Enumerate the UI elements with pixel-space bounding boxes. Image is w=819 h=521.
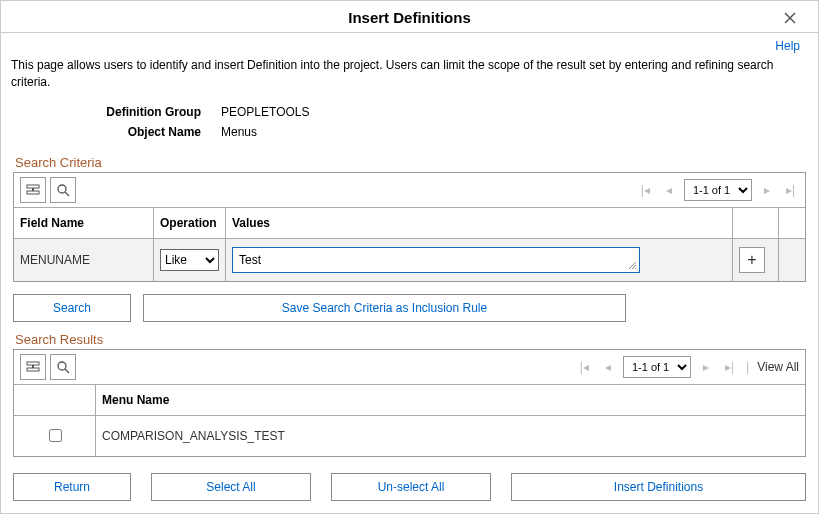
criteria-header-field: Field Name	[14, 208, 154, 238]
values-input[interactable]	[232, 247, 640, 273]
help-row: Help	[1, 33, 818, 55]
last-page-icon[interactable]: ▸|	[782, 183, 799, 197]
add-row-button[interactable]: +	[739, 247, 765, 273]
object-name-row: Object Name Menus	[1, 125, 818, 139]
svg-rect-2	[32, 188, 34, 191]
prev-page-icon[interactable]: ◂	[601, 360, 615, 374]
insert-definitions-button[interactable]: Insert Definitions	[511, 473, 806, 501]
definition-group-label: Definition Group	[1, 105, 221, 119]
operation-select[interactable]: Like	[160, 249, 219, 271]
insert-definitions-modal: Insert Definitions Help This page allows…	[0, 0, 819, 514]
svg-point-3	[58, 185, 66, 193]
svg-rect-10	[32, 365, 34, 368]
svg-point-11	[58, 362, 66, 370]
criteria-header-values: Values	[226, 208, 733, 238]
object-name-value: Menus	[221, 125, 257, 139]
svg-rect-0	[27, 185, 39, 188]
next-page-icon[interactable]: ▸	[760, 183, 774, 197]
personalize-icon[interactable]	[20, 354, 46, 380]
definition-group-row: Definition Group PEOPLETOOLS	[1, 105, 818, 119]
criteria-header-row: Field Name Operation Values	[14, 208, 805, 239]
result-row-checkbox[interactable]	[49, 429, 62, 442]
results-count-select[interactable]: 1-1 of 1	[623, 356, 691, 378]
personalize-icon[interactable]	[20, 177, 46, 203]
result-menu-name: COMPARISON_ANALYSIS_TEST	[96, 416, 805, 456]
svg-rect-8	[27, 362, 39, 365]
results-toolbar: |◂ ◂ 1-1 of 1 ▸ ▸| | View All	[14, 350, 805, 385]
page-description: This page allows users to identify and i…	[1, 55, 818, 105]
criteria-header-blank	[779, 208, 805, 238]
svg-rect-9	[27, 368, 39, 371]
unselect-all-button[interactable]: Un-select All	[331, 473, 491, 501]
definition-group-value: PEOPLETOOLS	[221, 105, 309, 119]
select-all-button[interactable]: Select All	[151, 473, 311, 501]
help-link[interactable]: Help	[775, 39, 800, 53]
search-results-title: Search Results	[1, 322, 818, 349]
modal-header: Insert Definitions	[1, 1, 818, 33]
find-icon[interactable]	[50, 354, 76, 380]
criteria-row: MENUNAME Like +	[14, 239, 805, 281]
save-search-rule-button[interactable]: Save Search Criteria as Inclusion Rule	[143, 294, 626, 322]
object-name-label: Object Name	[1, 125, 221, 139]
results-header-row: Menu Name	[14, 385, 805, 416]
svg-line-12	[65, 369, 69, 373]
criteria-blank-cell	[779, 239, 805, 281]
find-icon[interactable]	[50, 177, 76, 203]
modal-title: Insert Definitions	[348, 9, 471, 26]
svg-rect-1	[27, 191, 39, 194]
criteria-header-add	[733, 208, 779, 238]
criteria-count-select[interactable]: 1-1 of 1	[684, 179, 752, 201]
results-row: COMPARISON_ANALYSIS_TEST	[14, 416, 805, 456]
search-button[interactable]: Search	[13, 294, 131, 322]
divider: |	[746, 360, 749, 374]
search-criteria-grid: |◂ ◂ 1-1 of 1 ▸ ▸| Field Name Operation …	[13, 172, 806, 282]
search-results-grid: |◂ ◂ 1-1 of 1 ▸ ▸| | View All Menu Name …	[13, 349, 806, 457]
svg-line-4	[65, 192, 69, 196]
next-page-icon[interactable]: ▸	[699, 360, 713, 374]
search-criteria-title: Search Criteria	[1, 145, 818, 172]
prev-page-icon[interactable]: ◂	[662, 183, 676, 197]
first-page-icon[interactable]: |◂	[576, 360, 593, 374]
first-page-icon[interactable]: |◂	[637, 183, 654, 197]
return-button[interactable]: Return	[13, 473, 131, 501]
last-page-icon[interactable]: ▸|	[721, 360, 738, 374]
close-icon[interactable]	[784, 11, 796, 27]
results-header-select	[14, 385, 96, 415]
criteria-toolbar: |◂ ◂ 1-1 of 1 ▸ ▸|	[14, 173, 805, 208]
results-header-menu-name: Menu Name	[96, 385, 805, 415]
criteria-header-operation: Operation	[154, 208, 226, 238]
criteria-field-name: MENUNAME	[14, 239, 154, 281]
view-all-link[interactable]: View All	[757, 360, 799, 374]
